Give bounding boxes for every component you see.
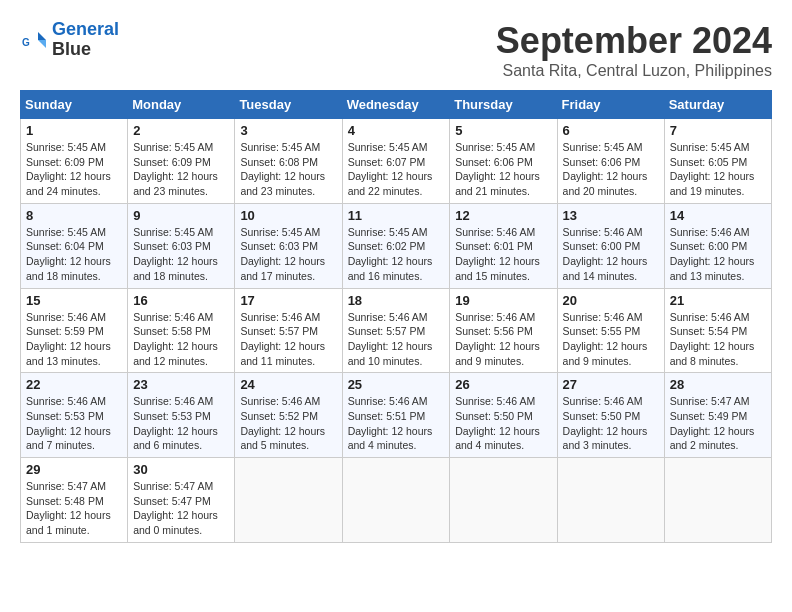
logo-line1: General	[52, 19, 119, 39]
sunrise-label: Sunrise: 5:46 AM	[455, 395, 535, 407]
calendar-week-row: 1 Sunrise: 5:45 AM Sunset: 6:09 PM Dayli…	[21, 119, 772, 204]
day-info: Sunrise: 5:47 AM Sunset: 5:49 PM Dayligh…	[670, 394, 766, 453]
sunset-label: Sunset: 5:50 PM	[563, 410, 641, 422]
sunset-label: Sunset: 6:09 PM	[26, 156, 104, 168]
daylight-label: Daylight: 12 hours and 0 minutes.	[133, 509, 218, 536]
sunrise-label: Sunrise: 5:46 AM	[240, 311, 320, 323]
calendar-cell: 18 Sunrise: 5:46 AM Sunset: 5:57 PM Dayl…	[342, 288, 450, 373]
calendar-cell	[557, 458, 664, 543]
day-info: Sunrise: 5:46 AM Sunset: 5:56 PM Dayligh…	[455, 310, 551, 369]
daylight-label: Daylight: 12 hours and 18 minutes.	[133, 255, 218, 282]
calendar-cell: 11 Sunrise: 5:45 AM Sunset: 6:02 PM Dayl…	[342, 203, 450, 288]
weekday-header: Saturday	[664, 91, 771, 119]
logo-line2: Blue	[52, 40, 119, 60]
svg-marker-2	[38, 40, 46, 48]
weekday-header: Monday	[128, 91, 235, 119]
sunset-label: Sunset: 5:50 PM	[455, 410, 533, 422]
sunrise-label: Sunrise: 5:46 AM	[455, 311, 535, 323]
sunset-label: Sunset: 5:53 PM	[133, 410, 211, 422]
day-number: 28	[670, 377, 766, 392]
sunset-label: Sunset: 6:03 PM	[133, 240, 211, 252]
daylight-label: Daylight: 12 hours and 19 minutes.	[670, 170, 755, 197]
day-number: 22	[26, 377, 122, 392]
day-number: 7	[670, 123, 766, 138]
sunset-label: Sunset: 6:06 PM	[563, 156, 641, 168]
daylight-label: Daylight: 12 hours and 18 minutes.	[26, 255, 111, 282]
calendar-table: SundayMondayTuesdayWednesdayThursdayFrid…	[20, 90, 772, 543]
calendar-cell: 6 Sunrise: 5:45 AM Sunset: 6:06 PM Dayli…	[557, 119, 664, 204]
day-number: 14	[670, 208, 766, 223]
sunset-label: Sunset: 5:54 PM	[670, 325, 748, 337]
day-info: Sunrise: 5:46 AM Sunset: 5:58 PM Dayligh…	[133, 310, 229, 369]
sunset-label: Sunset: 5:51 PM	[348, 410, 426, 422]
day-info: Sunrise: 5:45 AM Sunset: 6:02 PM Dayligh…	[348, 225, 445, 284]
sunrise-label: Sunrise: 5:45 AM	[348, 226, 428, 238]
day-number: 27	[563, 377, 659, 392]
day-info: Sunrise: 5:45 AM Sunset: 6:08 PM Dayligh…	[240, 140, 336, 199]
sunset-label: Sunset: 6:03 PM	[240, 240, 318, 252]
day-number: 24	[240, 377, 336, 392]
month-title: September 2024	[496, 20, 772, 62]
day-number: 19	[455, 293, 551, 308]
day-number: 17	[240, 293, 336, 308]
day-number: 13	[563, 208, 659, 223]
daylight-label: Daylight: 12 hours and 15 minutes.	[455, 255, 540, 282]
day-number: 10	[240, 208, 336, 223]
daylight-label: Daylight: 12 hours and 14 minutes.	[563, 255, 648, 282]
logo-text: General Blue	[52, 20, 119, 60]
daylight-label: Daylight: 12 hours and 1 minute.	[26, 509, 111, 536]
sunset-label: Sunset: 6:00 PM	[563, 240, 641, 252]
day-number: 15	[26, 293, 122, 308]
sunset-label: Sunset: 6:05 PM	[670, 156, 748, 168]
sunrise-label: Sunrise: 5:46 AM	[348, 311, 428, 323]
sunset-label: Sunset: 5:52 PM	[240, 410, 318, 422]
calendar-cell: 7 Sunrise: 5:45 AM Sunset: 6:05 PM Dayli…	[664, 119, 771, 204]
sunset-label: Sunset: 5:47 PM	[133, 495, 211, 507]
sunset-label: Sunset: 5:56 PM	[455, 325, 533, 337]
day-number: 1	[26, 123, 122, 138]
day-number: 18	[348, 293, 445, 308]
day-info: Sunrise: 5:45 AM Sunset: 6:06 PM Dayligh…	[455, 140, 551, 199]
calendar-cell	[342, 458, 450, 543]
calendar-cell: 28 Sunrise: 5:47 AM Sunset: 5:49 PM Dayl…	[664, 373, 771, 458]
sunset-label: Sunset: 6:01 PM	[455, 240, 533, 252]
day-info: Sunrise: 5:45 AM Sunset: 6:09 PM Dayligh…	[26, 140, 122, 199]
daylight-label: Daylight: 12 hours and 16 minutes.	[348, 255, 433, 282]
day-info: Sunrise: 5:46 AM Sunset: 5:52 PM Dayligh…	[240, 394, 336, 453]
day-number: 8	[26, 208, 122, 223]
sunset-label: Sunset: 5:58 PM	[133, 325, 211, 337]
sunset-label: Sunset: 6:02 PM	[348, 240, 426, 252]
sunrise-label: Sunrise: 5:47 AM	[26, 480, 106, 492]
daylight-label: Daylight: 12 hours and 4 minutes.	[348, 425, 433, 452]
calendar-cell: 2 Sunrise: 5:45 AM Sunset: 6:09 PM Dayli…	[128, 119, 235, 204]
daylight-label: Daylight: 12 hours and 20 minutes.	[563, 170, 648, 197]
sunrise-label: Sunrise: 5:45 AM	[670, 141, 750, 153]
sunrise-label: Sunrise: 5:46 AM	[348, 395, 428, 407]
day-info: Sunrise: 5:45 AM Sunset: 6:07 PM Dayligh…	[348, 140, 445, 199]
weekday-header: Wednesday	[342, 91, 450, 119]
calendar-cell: 29 Sunrise: 5:47 AM Sunset: 5:48 PM Dayl…	[21, 458, 128, 543]
calendar-week-row: 22 Sunrise: 5:46 AM Sunset: 5:53 PM Dayl…	[21, 373, 772, 458]
day-info: Sunrise: 5:46 AM Sunset: 6:00 PM Dayligh…	[670, 225, 766, 284]
day-info: Sunrise: 5:46 AM Sunset: 5:50 PM Dayligh…	[455, 394, 551, 453]
calendar-cell	[235, 458, 342, 543]
calendar-week-row: 15 Sunrise: 5:46 AM Sunset: 5:59 PM Dayl…	[21, 288, 772, 373]
weekday-header: Thursday	[450, 91, 557, 119]
calendar-week-row: 29 Sunrise: 5:47 AM Sunset: 5:48 PM Dayl…	[21, 458, 772, 543]
sunrise-label: Sunrise: 5:46 AM	[240, 395, 320, 407]
sunset-label: Sunset: 5:48 PM	[26, 495, 104, 507]
sunrise-label: Sunrise: 5:46 AM	[133, 311, 213, 323]
daylight-label: Daylight: 12 hours and 21 minutes.	[455, 170, 540, 197]
sunrise-label: Sunrise: 5:45 AM	[240, 141, 320, 153]
daylight-label: Daylight: 12 hours and 13 minutes.	[670, 255, 755, 282]
sunrise-label: Sunrise: 5:46 AM	[670, 311, 750, 323]
calendar-cell: 12 Sunrise: 5:46 AM Sunset: 6:01 PM Dayl…	[450, 203, 557, 288]
daylight-label: Daylight: 12 hours and 6 minutes.	[133, 425, 218, 452]
sunrise-label: Sunrise: 5:45 AM	[26, 141, 106, 153]
day-info: Sunrise: 5:47 AM Sunset: 5:48 PM Dayligh…	[26, 479, 122, 538]
calendar-cell: 30 Sunrise: 5:47 AM Sunset: 5:47 PM Dayl…	[128, 458, 235, 543]
day-number: 12	[455, 208, 551, 223]
sunset-label: Sunset: 5:57 PM	[240, 325, 318, 337]
day-info: Sunrise: 5:45 AM Sunset: 6:03 PM Dayligh…	[240, 225, 336, 284]
daylight-label: Daylight: 12 hours and 7 minutes.	[26, 425, 111, 452]
